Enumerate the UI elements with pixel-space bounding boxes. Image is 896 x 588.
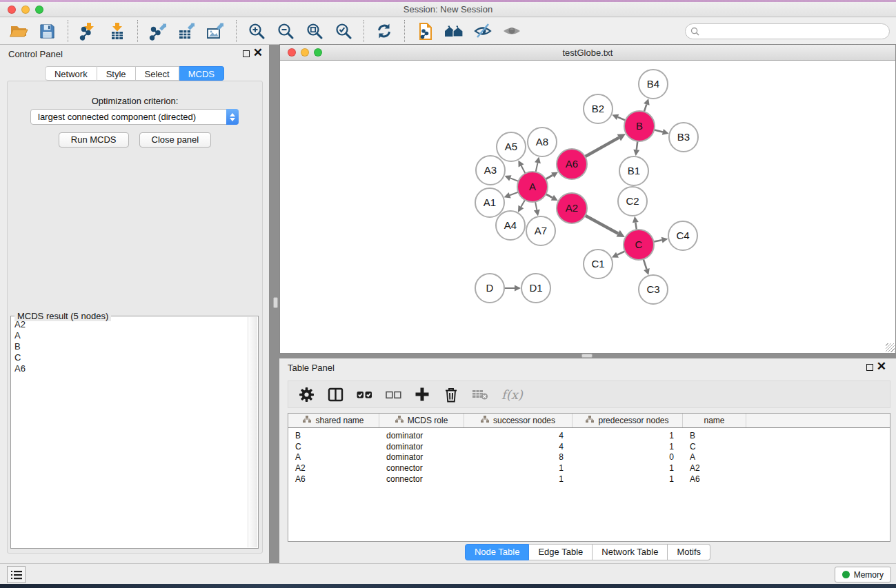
delete-column-icon[interactable] bbox=[442, 385, 460, 403]
task-history-button[interactable] bbox=[7, 566, 26, 583]
graph-node-A1[interactable]: A1 bbox=[475, 188, 504, 217]
close-panel-icon[interactable]: ✕ bbox=[253, 46, 263, 60]
main-toolbar bbox=[0, 18, 896, 45]
optimization-criterion-select[interactable]: largest connected component (directed) bbox=[30, 109, 239, 125]
table-cell: 1 bbox=[464, 463, 573, 473]
graph-node-A8[interactable]: A8 bbox=[528, 128, 557, 156]
tab-motifs[interactable]: Motifs bbox=[668, 544, 710, 560]
search-input[interactable] bbox=[703, 26, 875, 37]
svg-text:A7: A7 bbox=[535, 225, 547, 236]
zoom-out-icon[interactable] bbox=[273, 19, 297, 43]
open-session-icon[interactable] bbox=[6, 19, 30, 43]
list-item[interactable]: A bbox=[13, 330, 245, 341]
export-network-icon[interactable] bbox=[146, 19, 170, 43]
graph-node-C4[interactable]: C4 bbox=[668, 221, 697, 250]
list-item[interactable]: B bbox=[13, 341, 245, 352]
graph-node-B2[interactable]: B2 bbox=[584, 94, 613, 123]
toolbar-separator bbox=[404, 20, 405, 42]
graph-node-A4[interactable]: A4 bbox=[496, 211, 525, 240]
tab-mcds[interactable]: MCDS bbox=[179, 66, 224, 81]
resize-grip-icon[interactable] bbox=[886, 343, 895, 352]
import-network-icon[interactable] bbox=[76, 19, 100, 43]
mcds-result-box: MCDS result (5 nodes) A2ABCA6 bbox=[10, 311, 259, 549]
graph-node-B3[interactable]: B3 bbox=[669, 123, 698, 152]
control-panel-tabs: NetworkStyleSelectMCDS bbox=[0, 66, 269, 81]
table-row[interactable]: Adominator80A bbox=[288, 452, 890, 463]
delete-table-icon[interactable] bbox=[471, 385, 489, 403]
table-row[interactable]: A2connector11A2 bbox=[288, 463, 890, 474]
table-cell: 4 bbox=[464, 431, 573, 440]
add-column-icon[interactable] bbox=[413, 385, 431, 403]
graph-node-C3[interactable]: C3 bbox=[639, 275, 668, 304]
zoom-in-icon[interactable] bbox=[244, 19, 268, 43]
tab-network[interactable]: Network bbox=[45, 66, 97, 81]
column-header-MCDS-role[interactable]: MCDS role bbox=[379, 414, 464, 427]
import-table-icon[interactable] bbox=[105, 19, 129, 43]
table-row[interactable]: Bdominator41B bbox=[288, 430, 890, 441]
network-window-titlebar[interactable]: testGlobe.txt bbox=[280, 45, 895, 61]
graph-node-B1[interactable]: B1 bbox=[619, 156, 648, 185]
toolbar-separator bbox=[137, 20, 138, 42]
function-builder-icon[interactable]: f(x) bbox=[501, 387, 523, 402]
graph-node-D[interactable]: D bbox=[475, 274, 504, 303]
show-graphics-details-icon[interactable] bbox=[499, 19, 524, 43]
svg-text:C1: C1 bbox=[591, 258, 604, 270]
graph-node-C2[interactable]: C2 bbox=[618, 187, 647, 216]
export-image-icon[interactable] bbox=[203, 19, 228, 43]
tab-edge-table[interactable]: Edge Table bbox=[529, 544, 593, 560]
graph-node-A7[interactable]: A7 bbox=[526, 216, 555, 245]
select-stepper-icon bbox=[226, 109, 239, 125]
horizontal-splitter-handle[interactable] bbox=[581, 354, 593, 358]
vertical-splitter-handle[interactable] bbox=[273, 297, 278, 308]
table-settings-icon[interactable] bbox=[297, 385, 315, 403]
column-header-name[interactable]: name bbox=[683, 414, 746, 427]
network-from-selection-icon[interactable] bbox=[412, 19, 437, 43]
graph-node-A[interactable]: A bbox=[517, 172, 548, 202]
graph-node-A6[interactable]: A6 bbox=[557, 149, 587, 179]
close-panel-button[interactable]: Close panel bbox=[139, 132, 212, 148]
column-header-successor-nodes[interactable]: successor nodes bbox=[464, 414, 573, 427]
zoom-fit-icon[interactable] bbox=[302, 19, 326, 43]
result-scrollbar[interactable] bbox=[248, 317, 257, 547]
table-row[interactable]: A6connector11A6 bbox=[288, 474, 890, 485]
zoom-selected-icon[interactable] bbox=[331, 19, 355, 43]
table-cell: dominator bbox=[379, 442, 464, 452]
deselect-all-rows-icon[interactable] bbox=[384, 385, 402, 403]
list-item[interactable]: A6 bbox=[13, 363, 245, 374]
graph-node-D1[interactable]: D1 bbox=[521, 274, 550, 303]
mcds-result-list: A2ABCA6 bbox=[13, 319, 245, 546]
export-table-icon[interactable] bbox=[175, 19, 199, 43]
table-panel: Table Panel ✕ f(x) shared nameMCDS roles… bbox=[279, 358, 896, 563]
split-table-icon[interactable] bbox=[326, 385, 344, 403]
list-item[interactable]: C bbox=[13, 352, 245, 363]
refresh-icon[interactable] bbox=[372, 19, 396, 43]
svg-text:B3: B3 bbox=[677, 131, 690, 143]
table-row[interactable]: Cdominator41C bbox=[288, 441, 890, 452]
arrowhead-icon bbox=[633, 216, 639, 223]
svg-text:A5: A5 bbox=[505, 141, 517, 152]
arrowhead-icon bbox=[661, 237, 668, 243]
network-canvas[interactable]: B4B2BB3A8A5A6A3B1AC2A1A2A4A7C4CC1DD1C3 bbox=[280, 61, 895, 353]
select-all-rows-icon[interactable] bbox=[355, 385, 373, 403]
float-panel-icon[interactable] bbox=[243, 50, 250, 57]
tab-select[interactable]: Select bbox=[136, 66, 179, 81]
column-header-shared-name[interactable]: shared name bbox=[288, 414, 379, 427]
home-icon[interactable] bbox=[441, 19, 466, 43]
graph-node-B4[interactable]: B4 bbox=[639, 70, 668, 99]
tab-node-table[interactable]: Node Table bbox=[465, 544, 530, 560]
graph-node-C[interactable]: C bbox=[624, 230, 654, 260]
save-session-icon[interactable] bbox=[35, 19, 59, 43]
tab-network-table[interactable]: Network Table bbox=[593, 544, 668, 560]
tab-style[interactable]: Style bbox=[97, 66, 136, 81]
close-table-panel-icon[interactable]: ✕ bbox=[877, 360, 886, 374]
run-mcds-button[interactable]: Run MCDS bbox=[59, 132, 129, 148]
graph-node-C1[interactable]: C1 bbox=[584, 250, 613, 278]
graph-node-A2[interactable]: A2 bbox=[557, 193, 587, 223]
graph-node-A5[interactable]: A5 bbox=[497, 132, 526, 161]
graph-node-B[interactable]: B bbox=[624, 111, 655, 141]
float-table-panel-icon[interactable] bbox=[866, 364, 873, 371]
column-header-predecessor-nodes[interactable]: predecessor nodes bbox=[573, 414, 683, 427]
memory-button[interactable]: Memory bbox=[835, 567, 891, 582]
graph-node-A3[interactable]: A3 bbox=[476, 156, 505, 185]
hide-graphics-details-icon[interactable] bbox=[470, 19, 495, 43]
